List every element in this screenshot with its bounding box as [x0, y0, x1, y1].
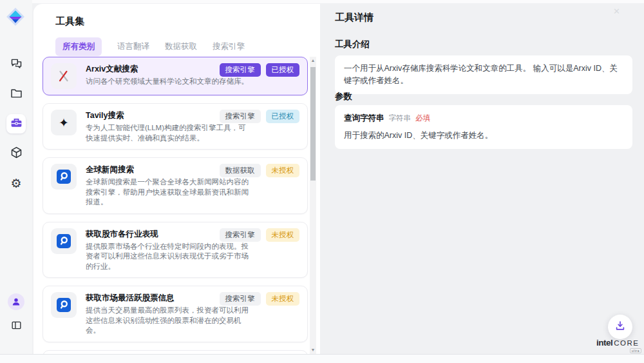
auth-status-badge: 未授权: [266, 164, 300, 177]
collapse-sidebar-button[interactable]: [6, 317, 26, 336]
brand-core: CORE: [614, 339, 639, 347]
gear-icon: ⚙: [10, 177, 21, 190]
tool-list-panel: 工具集 所有类别 语言翻译 数据获取 搜索引擎 Arxiv文献搜索 访问各个研究…: [33, 4, 320, 354]
toolbox-icon: [10, 116, 23, 132]
cube-icon: [10, 146, 23, 162]
auth-status-badge: 已授权: [266, 110, 300, 123]
tab-language-translation[interactable]: 语言翻译: [117, 37, 149, 56]
auth-status-badge: 已授权: [266, 63, 300, 77]
list-scrollbar[interactable]: ▲ ▼: [310, 57, 316, 354]
tool-card[interactable]: 获取股市各行业表现 提供股票市场各个行业在特定时间段内的表现。投资者可以利用这些…: [43, 222, 308, 279]
param-box: 查询字符串 字符串 必填 用于搜索的Arxiv ID、关键字或作者姓名。: [335, 105, 632, 149]
brand-intel: intel: [596, 338, 612, 348]
search-icon: [51, 164, 77, 190]
app-window: ⚙ 工具集 所有类别 语言: [0, 0, 644, 363]
folder-icon: [10, 86, 23, 103]
sidebar-nav: ⚙: [0, 55, 32, 193]
tab-data-acquisition[interactable]: 数据获取: [165, 37, 197, 56]
tool-description: 提供股票市场各个行业在特定时间段内的表现。投资者可以利用这些信息来识别表现优于或…: [86, 242, 250, 272]
intel-core-logo: intel CORE ultra: [596, 338, 641, 353]
category-badge: 数据获取: [220, 164, 261, 177]
auth-status-badge: 未授权: [266, 228, 300, 242]
chat-icon: [10, 57, 23, 73]
scroll-up-icon[interactable]: ▲: [310, 57, 316, 64]
scroll-down-icon[interactable]: ▼: [310, 346, 316, 354]
scrollbar-thumb[interactable]: [310, 67, 316, 181]
auth-status-badge: 未授权: [266, 292, 300, 306]
tab-search-engine[interactable]: 搜索引擎: [213, 37, 245, 56]
category-badge: 搜索引擎: [220, 110, 261, 123]
category-badge: 搜索引擎: [220, 228, 261, 242]
param-name: 查询字符串: [344, 112, 384, 124]
window-bottom-edge: [0, 354, 644, 363]
sidebar-item-tools[interactable]: [6, 114, 26, 133]
sidebar-item-models[interactable]: [6, 144, 26, 163]
tool-card[interactable]: 全球新闻搜索 全球新闻搜索是一个聚合全球各大新闻网站内容的搜索引擎，帮助用户快速…: [43, 157, 308, 214]
params-heading: 参数: [335, 91, 352, 103]
app-logo-icon[interactable]: [6, 7, 25, 26]
category-tabs: 所有类别 语言翻译 数据获取 搜索引擎: [55, 37, 245, 56]
page-title: 工具集: [55, 15, 84, 28]
param-type: 字符串: [389, 113, 412, 124]
param-description: 用于搜索的Arxiv ID、关键字或作者姓名。: [344, 130, 623, 142]
tool-card-list: Arxiv文献搜索 访问各个研究领域大量科学论文和文章的存储库。 搜索引擎 已授…: [43, 57, 308, 354]
sidebar-item-settings[interactable]: ⚙: [6, 173, 26, 193]
tool-card[interactable]: ✦ Tavily搜索 专为人工智能代理(LLM)构建的搜索引擎工具，可快速提供实…: [43, 103, 308, 150]
tool-description: 访问各个研究领域大量科学论文和文章的存储库。: [86, 77, 250, 87]
tool-card[interactable]: Arxiv文献搜索 访问各个研究领域大量科学论文和文章的存储库。 搜索引擎 已授…: [43, 57, 308, 95]
intro-text-box: 一个用于从Arxiv存储库搜索科学论文和文章的工具。 输入可以是Arxiv ID…: [335, 55, 632, 94]
download-icon: [614, 320, 626, 334]
window-top-edge: [0, 0, 644, 3]
detail-title: 工具详情: [335, 12, 374, 24]
tool-card[interactable]: 获取市场最活跃股票信息 提供当天交易量最高的股票列表，投资者可以利用这些信息来识…: [43, 286, 308, 342]
tool-description: 提供当天交易量最高的股票列表，投资者可以利用这些信息来识别流动性强的股票和潜在的…: [86, 306, 250, 336]
tool-description: 专为人工智能代理(LLM)构建的搜索引擎工具，可快速提供实时、准确和真实的结果。: [86, 123, 250, 143]
tavily-icon: ✦: [51, 110, 77, 135]
category-badge: 搜索引擎: [220, 63, 261, 77]
param-required-flag: 必填: [415, 113, 430, 124]
user-avatar[interactable]: [8, 293, 24, 310]
sidebar: ⚙: [0, 0, 32, 354]
tab-all-categories[interactable]: 所有类别: [55, 37, 102, 56]
search-icon: [51, 228, 77, 254]
download-button[interactable]: [608, 315, 632, 339]
sidebar-item-chat[interactable]: [6, 55, 26, 74]
tool-description: 全球新闻搜索是一个聚合全球各大新闻网站内容的搜索引擎，帮助用户快速获取全球最新资…: [86, 177, 250, 208]
category-badge: 搜索引擎: [220, 292, 261, 306]
intro-heading: 工具介绍: [335, 39, 370, 50]
close-icon[interactable]: ✕: [613, 6, 620, 16]
brand-ultra-badge: ultra: [630, 348, 641, 353]
collapse-panel-icon: [10, 319, 23, 334]
search-icon: [51, 292, 77, 318]
sidebar-item-files[interactable]: [6, 84, 26, 104]
sidebar-bottom: [0, 293, 32, 336]
arxiv-icon: [51, 63, 77, 89]
